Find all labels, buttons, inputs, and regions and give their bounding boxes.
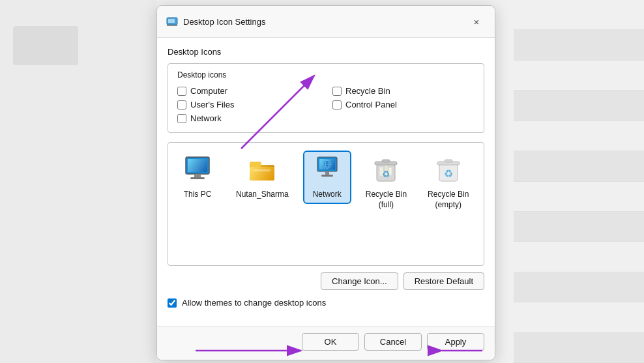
svg-rect-7 [190,177,205,179]
icon-item-this-pc[interactable]: This PC [175,152,220,203]
checkboxes-grid: Computer Recycle Bin User's Files Contro… [177,86,475,123]
icon-label-this-pc: This PC [184,190,212,200]
svg-rect-10 [250,162,261,167]
themes-checkbox-label: Allow themes to change desktop icons [182,298,326,308]
svg-rect-6 [194,174,201,177]
section-label: Desktop Icons [168,47,484,57]
checkbox-users-files-label: User's Files [190,100,235,109]
dialog-title: Desktop Icon Settings [183,17,467,27]
checkbox-control-panel[interactable]: Control Panel [332,100,475,109]
icon-label-network: Network [313,190,342,200]
desktop-icon-settings-dialog: Desktop Icon Settings × Desktop Icons De… [156,5,495,360]
checkbox-recycle-bin[interactable]: Recycle Bin [332,86,475,96]
checkbox-computer-input[interactable] [177,87,186,96]
checkbox-control-panel-input[interactable] [332,100,342,109]
themes-checkbox-input[interactable] [168,298,177,308]
checkbox-network-input[interactable] [177,114,186,123]
checkbox-network[interactable]: Network [177,113,319,123]
right-panel [514,0,644,363]
checkbox-recycle-bin-input[interactable] [332,87,342,96]
ok-button[interactable]: OK [302,333,359,351]
checkbox-network-label: Network [190,113,222,123]
svg-rect-13 [254,169,271,171]
checkbox-users-files[interactable]: User's Files [177,100,319,109]
close-button[interactable]: × [467,12,486,31]
icon-label-recycle-bin-full: Recycle Bin(full) [366,190,407,210]
group-box-title: Desktop icons [177,70,475,80]
dialog-footer: OK Cancel Apply [157,326,495,360]
checkbox-computer-label: Computer [190,86,227,96]
svg-rect-12 [250,167,274,181]
icons-row: This PC [175,152,477,212]
recycle-bin-empty-icon: ♻ [433,154,464,186]
dialog-titlebar: Desktop Icon Settings × [157,6,495,38]
cancel-button[interactable]: Cancel [364,333,422,351]
nutan-sharma-icon [246,154,278,186]
apply-button[interactable]: Apply [427,333,484,351]
icon-label-nutan-sharma: Nutan_Sharma [236,190,289,200]
svg-rect-5 [188,159,207,172]
recycle-bin-full-icon: ♻ [370,154,402,186]
left-panel [0,0,156,363]
checkbox-control-panel-label: Control Panel [345,100,397,109]
restore-default-button[interactable]: Restore Default [403,272,484,290]
svg-rect-2 [167,25,177,26]
svg-rect-25 [382,160,390,162]
dialog-body: Desktop Icons Desktop icons Computer Rec… [157,38,495,326]
checkbox-users-files-input[interactable] [177,100,186,109]
icon-item-nutan-sharma[interactable]: Nutan_Sharma [231,152,294,203]
checkbox-computer[interactable]: Computer [177,86,319,96]
change-icon-button[interactable]: Change Icon... [321,272,398,290]
svg-text:♻: ♻ [444,168,453,179]
icon-label-recycle-bin-empty: Recycle Bin(empty) [428,190,469,210]
svg-rect-21 [325,171,329,175]
icon-actions: Change Icon... Restore Default [168,272,484,290]
icon-item-recycle-bin-empty[interactable]: ♻ Recycle Bin(empty) [422,152,474,212]
desktop-icons-group: Desktop icons Computer Recycle Bin User'… [168,63,484,133]
svg-text:♻: ♻ [382,169,390,179]
this-pc-icon [182,154,213,186]
icon-selector-box: This PC [168,142,484,266]
svg-rect-1 [168,19,175,23]
checkbox-recycle-bin-label: Recycle Bin [345,86,390,96]
themes-row: Allow themes to change desktop icons [168,298,484,308]
svg-rect-32 [445,160,452,162]
icon-item-recycle-bin-full[interactable]: ♻ Recycle Bin(full) [360,152,412,212]
icon-item-network[interactable]: Network [304,152,350,203]
settings-icon [166,16,178,27]
network-icon [312,154,343,186]
svg-rect-22 [321,175,333,177]
